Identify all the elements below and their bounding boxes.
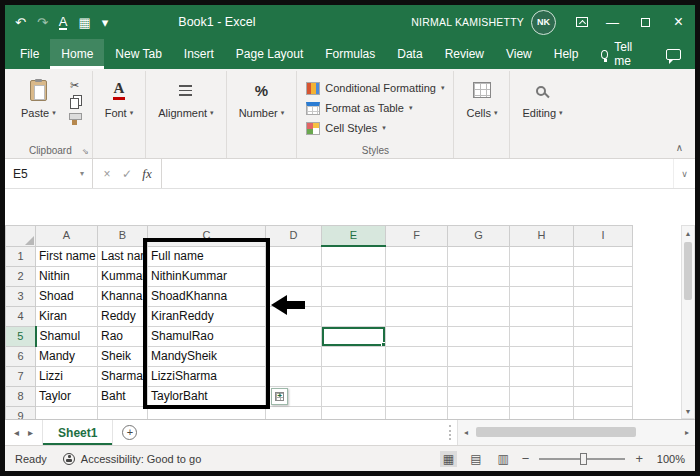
cell-A5[interactable]: Shamul [36, 326, 98, 346]
normal-view-button[interactable]: ▦ [440, 451, 457, 467]
cell-H4[interactable] [510, 306, 574, 326]
column-header-F[interactable]: F [386, 226, 448, 247]
cell-F4[interactable] [386, 306, 448, 326]
cell-A4[interactable]: Kiran [36, 306, 98, 326]
scroll-up-icon[interactable]: ▲ [682, 226, 694, 240]
cell-B9[interactable] [98, 406, 148, 419]
cell-C8[interactable]: TaylorBaht [148, 386, 266, 406]
cell-H3[interactable] [510, 286, 574, 306]
cell-F2[interactable] [386, 266, 448, 286]
vertical-scroll-track[interactable] [682, 240, 694, 404]
cell-H8[interactable] [510, 386, 574, 406]
number-menu-button[interactable]: % Number▾ [232, 73, 292, 143]
row-header-5[interactable]: 5 [6, 326, 36, 346]
cell-G3[interactable] [448, 286, 510, 306]
expand-formula-bar-button[interactable]: ∨ [673, 159, 695, 188]
cells-menu-button[interactable]: Cells▾ [459, 73, 504, 143]
account-chip[interactable]: NIRMAL KAMISHETTY NK [411, 10, 556, 35]
row-header-9[interactable]: 9 [6, 406, 36, 419]
page-layout-view-button[interactable]: ▤ [467, 451, 484, 467]
horizontal-scroll-track[interactable] [474, 420, 679, 445]
cell-C3[interactable]: ShoadKhanna [148, 286, 266, 306]
cell-A3[interactable]: Shoad [36, 286, 98, 306]
cell-C7[interactable]: LizziSharma [148, 366, 266, 386]
cell-G7[interactable] [448, 366, 510, 386]
sheet-tab-sheet1[interactable]: Sheet1 [42, 420, 113, 445]
cell-H6[interactable] [510, 346, 574, 366]
cell-E2[interactable] [322, 266, 386, 286]
column-header-E[interactable]: E [322, 226, 386, 247]
scroll-right-icon[interactable]: ▸ [679, 428, 695, 437]
cell-G9[interactable] [448, 406, 510, 419]
cell-H5[interactable] [510, 326, 574, 346]
paste-button[interactable]: Paste▾ [14, 73, 63, 143]
cell-I6[interactable] [574, 346, 633, 366]
tell-me-button[interactable]: Tell me [589, 39, 652, 69]
next-sheet-icon[interactable]: ▸ [28, 427, 33, 438]
qat-customize-chevron-icon[interactable]: ▾ [102, 16, 109, 29]
cell-C5[interactable]: ShamulRao [148, 326, 266, 346]
cell-A2[interactable]: Nithin [36, 266, 98, 286]
ribbon-display-options-icon[interactable] [576, 17, 588, 27]
cell-C6[interactable]: MandySheik [148, 346, 266, 366]
cell-H2[interactable] [510, 266, 574, 286]
alignment-menu-button[interactable]: Alignment▾ [151, 73, 220, 143]
font-menu-button[interactable]: A Font▾ [98, 73, 141, 143]
row-header-2[interactable]: 2 [6, 266, 36, 286]
cell-I1[interactable] [574, 246, 633, 266]
cell-F7[interactable] [386, 366, 448, 386]
cell-B2[interactable]: Kummar [98, 266, 148, 286]
cell-E8[interactable] [322, 386, 386, 406]
formula-input[interactable] [162, 159, 673, 188]
cell-D3[interactable] [266, 286, 322, 306]
cell-I7[interactable] [574, 366, 633, 386]
row-header-4[interactable]: 4 [6, 306, 36, 326]
cell-A1[interactable]: First name [36, 246, 98, 266]
horizontal-scroll-thumb[interactable] [476, 427, 636, 437]
cancel-button[interactable]: × [97, 167, 117, 181]
cell-E6[interactable] [322, 346, 386, 366]
cell-G2[interactable] [448, 266, 510, 286]
row-header-8[interactable]: 8 [6, 386, 36, 406]
cell-D9[interactable] [266, 406, 322, 419]
minimize-button[interactable]: — [596, 5, 629, 39]
cell-I8[interactable] [574, 386, 633, 406]
avatar[interactable]: NK [531, 10, 556, 35]
tab-scrollbar-splitter[interactable] [449, 425, 455, 440]
cell-E4[interactable] [322, 306, 386, 326]
cell-G6[interactable] [448, 346, 510, 366]
cell-E1[interactable] [322, 246, 386, 266]
tab-view[interactable]: View [495, 39, 543, 69]
accessibility-status[interactable]: Accessibility: Good to go [63, 453, 201, 465]
column-header-B[interactable]: B [98, 226, 148, 247]
cell-I4[interactable] [574, 306, 633, 326]
cell-D6[interactable] [266, 346, 322, 366]
cell-G5[interactable] [448, 326, 510, 346]
cell-A8[interactable]: Taylor [36, 386, 98, 406]
cell-E7[interactable] [322, 366, 386, 386]
cell-C4[interactable]: KiranReddy [148, 306, 266, 326]
undo-icon[interactable]: ↶ [15, 16, 26, 29]
zoom-in-button[interactable]: + [635, 451, 643, 466]
column-header-C[interactable]: C [148, 226, 266, 247]
cell-B6[interactable]: Sheik [98, 346, 148, 366]
cell-H9[interactable] [510, 406, 574, 419]
cell-G4[interactable] [448, 306, 510, 326]
feedback-button[interactable] [652, 39, 695, 69]
cell-B5[interactable]: Rao [98, 326, 148, 346]
horizontal-scrollbar[interactable]: ◂ ▸ [457, 420, 695, 445]
scroll-left-icon[interactable]: ◂ [458, 428, 474, 437]
cell-E3[interactable] [322, 286, 386, 306]
cell-B7[interactable]: Sharma [98, 366, 148, 386]
tab-new-tab[interactable]: New Tab [104, 39, 172, 69]
cell-A9[interactable] [36, 406, 98, 419]
row-header-1[interactable]: 1 [6, 246, 36, 266]
cell-C2[interactable]: NithinKummar [148, 266, 266, 286]
cell-E5[interactable] [322, 326, 386, 346]
select-all-corner[interactable] [6, 226, 36, 247]
cell-F6[interactable] [386, 346, 448, 366]
cell-I5[interactable] [574, 326, 633, 346]
scroll-down-icon[interactable]: ▼ [682, 404, 694, 418]
cell-I3[interactable] [574, 286, 633, 306]
styles-item-cell-styles[interactable]: Cell Styles▾ [302, 119, 448, 138]
